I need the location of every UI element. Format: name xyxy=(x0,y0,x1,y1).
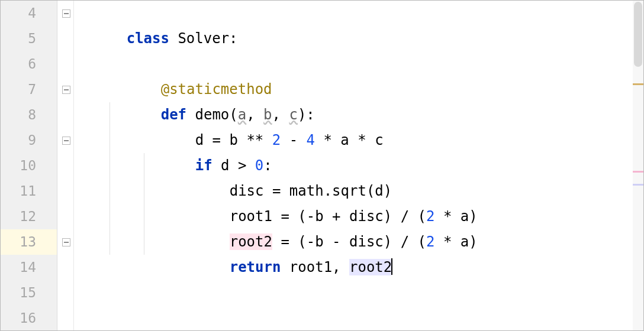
line-number[interactable]: 6 xyxy=(1,51,36,77)
fold-column xyxy=(57,1,74,330)
number-literal: 2 xyxy=(272,132,281,148)
scrollbar-thumb[interactable] xyxy=(634,2,642,67)
line-number[interactable]: 4 xyxy=(1,1,36,26)
number-literal: 2 xyxy=(426,233,434,250)
line-number[interactable]: 5 xyxy=(1,26,36,51)
keyword-return: return xyxy=(230,259,289,275)
fold-end-icon[interactable] xyxy=(62,238,70,246)
code-text: root1, xyxy=(289,259,349,275)
scrollbar[interactable] xyxy=(633,1,643,330)
code-line[interactable]: return root1, root2 xyxy=(178,229,392,255)
line-number[interactable]: 11 xyxy=(1,179,36,204)
code-editor[interactable]: 4 5 6 7 8 9 10 11 12 13 14 15 16 class S… xyxy=(0,0,644,331)
code-area[interactable]: class Solver: @staticmethod def demo(a, … xyxy=(74,1,633,330)
code-line[interactable]: class Solver: xyxy=(75,1,238,26)
code-line[interactable]: @staticmethod xyxy=(110,51,272,77)
code-line[interactable]: disc = math.sqrt(d) xyxy=(178,153,392,179)
scrollbar-mark-usage xyxy=(633,171,643,173)
text-caret xyxy=(391,258,392,275)
line-number[interactable]: 8 xyxy=(1,102,36,128)
line-number[interactable]: 16 xyxy=(1,306,36,331)
scrollbar-mark-usage xyxy=(633,184,643,186)
line-number[interactable]: 9 xyxy=(1,128,36,153)
code-line[interactable]: if d > 0: xyxy=(144,128,272,153)
fold-toggle-icon[interactable] xyxy=(62,9,70,18)
code-line[interactable]: def demo(a, b, c): xyxy=(110,77,315,102)
class-name: Solver xyxy=(178,30,229,47)
line-number[interactable]: 15 xyxy=(1,280,36,306)
keyword-class: class xyxy=(127,30,178,47)
code-text-highlight: root2 xyxy=(349,259,392,275)
gutter[interactable]: 4 5 6 7 8 9 10 11 12 13 14 15 16 xyxy=(1,1,57,330)
code-text: * a * c xyxy=(315,132,384,148)
code-text: * a) xyxy=(435,233,478,250)
code-line[interactable]: d = b ** 2 - 4 * a * c xyxy=(144,102,384,128)
fold-toggle-icon[interactable] xyxy=(62,137,70,145)
punct-colon: : xyxy=(229,30,237,47)
line-number[interactable]: 14 xyxy=(1,255,36,280)
line-number[interactable]: 12 xyxy=(1,204,36,229)
line-number[interactable]: 13 xyxy=(1,229,36,255)
line-number[interactable]: 7 xyxy=(1,77,36,102)
code-line[interactable]: root1 = (-b + disc) / (2 * a) xyxy=(178,179,478,204)
code-text: - xyxy=(281,132,306,148)
fold-toggle-icon[interactable] xyxy=(62,86,70,94)
line-number[interactable]: 10 xyxy=(1,153,36,179)
scrollbar-mark-warning xyxy=(633,83,643,85)
code-line[interactable]: root2 = (-b - disc) / (2 * a) xyxy=(178,204,478,229)
number-literal: 4 xyxy=(307,132,315,148)
